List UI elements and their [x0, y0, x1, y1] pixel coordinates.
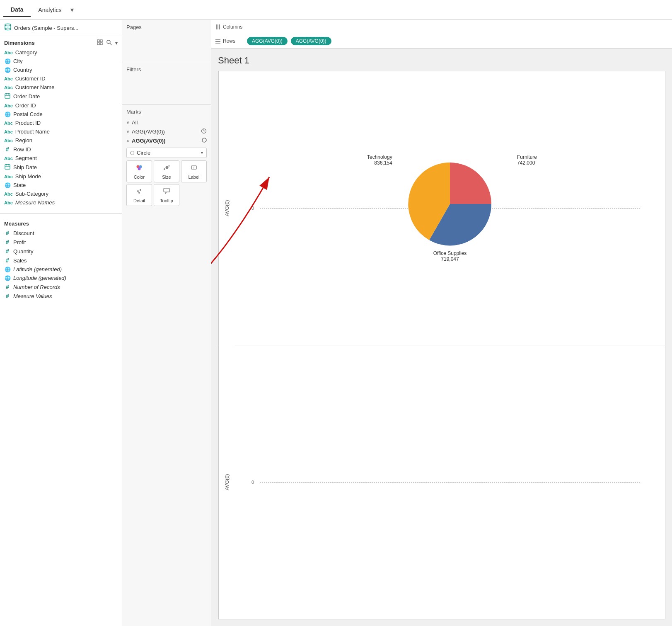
svg-rect-12: [5, 165, 10, 169]
hash-icon: #: [4, 230, 11, 236]
data-tab[interactable]: Data: [3, 3, 31, 17]
detail-button[interactable]: Detail: [126, 184, 152, 206]
list-item[interactable]: Abc Order ID: [0, 101, 122, 110]
bottom-chart-cell: 0: [235, 345, 665, 619]
circle-mark-icon: [202, 138, 207, 144]
svg-rect-5: [100, 43, 102, 45]
y-axis-label-bottom: AVG(0): [218, 345, 235, 619]
field-name: Ship Date: [13, 164, 37, 170]
list-item[interactable]: 🌐 Latitude (generated): [0, 265, 122, 274]
columns-label: Columns: [215, 24, 244, 30]
y-axis-label-top: AVG(0): [218, 71, 235, 345]
hash-icon: #: [4, 146, 11, 153]
svg-point-1: [5, 28, 11, 30]
field-name: Number of Records: [13, 284, 60, 290]
pie-svg: [392, 146, 508, 262]
size-button[interactable]: Size: [154, 160, 179, 182]
list-item[interactable]: 🌐 City: [0, 57, 122, 66]
field-name: Discount: [13, 230, 34, 236]
dropdown-caret-icon: ▾: [201, 150, 203, 155]
svg-rect-3: [100, 40, 102, 42]
size-label: Size: [162, 175, 171, 180]
top-chart-cell: 0: [235, 71, 665, 345]
office-supplies-label: Office Supplies 719,047: [433, 250, 467, 262]
measures-title: Measures: [4, 221, 29, 227]
pages-title: Pages: [126, 24, 207, 30]
field-name: Profit: [13, 239, 26, 245]
list-item[interactable]: 🌐 Country: [0, 66, 122, 74]
list-item[interactable]: Abc Product Name: [0, 127, 122, 136]
size-icon: [162, 163, 171, 173]
list-item[interactable]: # Quantity: [0, 247, 122, 256]
marks-title: Marks: [126, 109, 207, 115]
list-item[interactable]: # Measure Values: [0, 291, 122, 301]
furniture-label: Furniture 742,000: [517, 154, 537, 166]
marks-agg2-row[interactable]: ∧ AGG(AVG(0)): [126, 136, 207, 145]
pill-2[interactable]: AGG(AVG(0)): [291, 37, 331, 45]
list-item[interactable]: Abc Customer Name: [0, 83, 122, 92]
main-layout: Orders (Sample - Supers... Dimensions ▾ …: [0, 20, 672, 626]
pie-chart: Technology 836,154 Furniture 742,000 Off…: [392, 146, 508, 262]
list-item[interactable]: # Number of Records: [0, 282, 122, 291]
pill-1[interactable]: AGG(AVG(0)): [247, 37, 288, 45]
list-item[interactable]: Abc Measure Names: [0, 198, 122, 207]
field-name: Category: [15, 49, 37, 56]
analytics-tab[interactable]: Analytics: [31, 3, 69, 17]
office-supplies-name: Office Supplies: [433, 250, 467, 256]
color-button[interactable]: Color: [126, 160, 152, 182]
zero-label-top: 0: [251, 206, 254, 211]
field-name: Postal Code: [13, 111, 43, 117]
list-item[interactable]: 🌐 Postal Code: [0, 110, 122, 119]
list-item[interactable]: Abc Category: [0, 48, 122, 57]
detail-icon: [135, 187, 143, 197]
list-item[interactable]: Ship Date: [0, 163, 122, 172]
field-name: Measure Names: [15, 199, 55, 206]
field-name: Segment: [15, 155, 37, 161]
field-name: Longitude (generated): [13, 275, 66, 281]
list-item[interactable]: # Row ID: [0, 145, 122, 154]
list-item[interactable]: Abc Customer ID: [0, 74, 122, 83]
technology-name: Technology: [367, 154, 392, 160]
tab-dropdown-icon[interactable]: ▾: [70, 6, 74, 14]
abc-icon: Abc: [4, 129, 13, 134]
list-item[interactable]: Abc Segment: [0, 154, 122, 163]
list-item[interactable]: Abc Region: [0, 136, 122, 145]
list-item[interactable]: Abc Product ID: [0, 119, 122, 127]
tooltip-button[interactable]: Tooltip: [154, 184, 179, 206]
furniture-value: 742,000: [517, 160, 537, 166]
search-icon[interactable]: [106, 39, 112, 46]
list-item[interactable]: # Sales: [0, 256, 122, 265]
abc-icon: Abc: [4, 200, 13, 205]
field-name: Ship Mode: [15, 173, 41, 180]
abc-icon: Abc: [4, 121, 13, 126]
canvas-area: Sheet 1 AVG(0) 0: [211, 49, 672, 626]
chart-inner-bottom: 0: [235, 345, 665, 619]
marks-all-row[interactable]: ∨ All: [126, 118, 207, 127]
abc-icon: Abc: [4, 156, 13, 161]
globe-icon: 🌐: [4, 182, 11, 188]
field-name: Latitude (generated): [13, 266, 62, 272]
measures-header: Measures: [0, 217, 122, 228]
label-button[interactable]: T Label: [181, 160, 207, 182]
calendar-icon: [4, 164, 11, 171]
hash-icon: #: [4, 248, 11, 255]
list-item[interactable]: Abc Ship Mode: [0, 172, 122, 181]
circle-dropdown[interactable]: Circle ▾: [126, 148, 207, 158]
list-item[interactable]: 🌐 Longitude (generated): [0, 274, 122, 282]
rows-icon: [215, 38, 221, 44]
grid-icon[interactable]: [97, 39, 103, 46]
list-item[interactable]: 🌐 State: [0, 181, 122, 189]
svg-point-0: [5, 24, 11, 26]
dimensions-icons: ▾: [97, 39, 118, 46]
globe-icon: 🌐: [4, 275, 11, 281]
chevron-down-icon[interactable]: ▾: [115, 40, 118, 46]
datasource-row[interactable]: Orders (Sample - Supers...: [0, 20, 122, 36]
list-item[interactable]: # Profit: [0, 238, 122, 247]
abc-icon: Abc: [4, 76, 13, 81]
list-item[interactable]: # Discount: [0, 228, 122, 238]
marks-agg1-row[interactable]: ∨ AGG(AVG(0)): [126, 127, 207, 136]
list-item[interactable]: Abc Sub-Category: [0, 189, 122, 198]
pages-section: Pages: [122, 20, 211, 62]
svg-line-7: [110, 43, 111, 45]
list-item[interactable]: Order Date: [0, 92, 122, 101]
